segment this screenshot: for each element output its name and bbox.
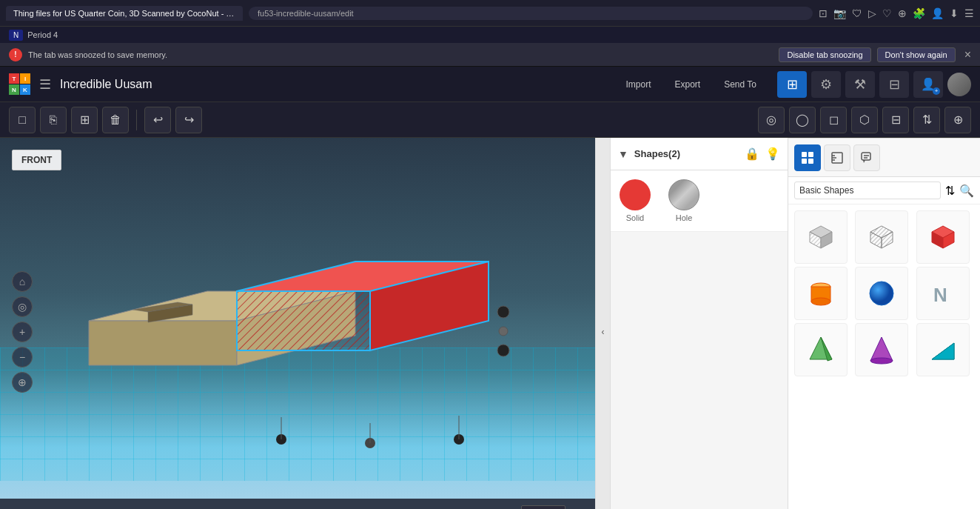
toolbar-right: ◎ ◯ ◻ ⬡ ⊟ ⇅ ⊕	[758, 107, 971, 133]
svg-rect-14	[802, 159, 807, 164]
home-view-button[interactable]: ⌂	[12, 271, 33, 292]
browser-icon-6[interactable]: ⊕	[898, 7, 907, 19]
copy-button[interactable]: ⎘	[40, 107, 67, 133]
browser-icon-7[interactable]: 🧩	[913, 7, 925, 19]
redo-button[interactable]: ↪	[175, 107, 202, 133]
viewport-controls: ⌂ ◎ + − ⊕	[12, 271, 33, 393]
hole-circle	[668, 179, 699, 210]
app-header: T I N K ☰ Incredible Uusam Import Export…	[0, 67, 980, 102]
light-button[interactable]: ◯	[789, 107, 816, 133]
tools-button[interactable]: ⚒	[845, 71, 875, 98]
shape-item-striped-box[interactable]	[855, 210, 908, 264]
shape-item-cylinder[interactable]	[794, 267, 848, 320]
svg-marker-1	[89, 321, 237, 365]
dont-show-again-button[interactable]: Don't show again	[877, 47, 956, 62]
align-button[interactable]: ⊟	[882, 107, 909, 133]
orbit-button[interactable]: ◎	[12, 296, 33, 317]
main-area: FRONT ⌂ ◎ + − ⊕ Settings Snap Grid ▲▼ ‹ …	[0, 138, 980, 509]
shapes-bulb-icon[interactable]: 💡	[765, 147, 780, 161]
shape-item-pyramid-green[interactable]	[794, 323, 848, 376]
solid-option[interactable]: Solid	[620, 179, 651, 222]
library-tabs-row	[788, 139, 980, 177]
shapes-title: Shapes(2)	[634, 148, 739, 159]
browser-icon-2[interactable]: 📷	[833, 7, 846, 19]
shape-options: Solid Hole	[611, 170, 788, 232]
browser-icon-1[interactable]: ⊡	[819, 7, 828, 19]
browser-icon-9[interactable]: ⬇	[950, 7, 959, 19]
sort-icon: ⇅	[945, 184, 955, 198]
shapes-header: ▼ Shapes(2) 🔒 💡	[611, 138, 788, 170]
library-tab-speech[interactable]	[853, 144, 880, 171]
toolbar-divider	[136, 110, 137, 130]
grid-view-button[interactable]: ⊞	[777, 71, 807, 98]
flip-button[interactable]: ⇅	[913, 107, 940, 133]
import-button[interactable]: Import	[614, 75, 662, 94]
toolbar: □ ⎘ ⊞ 🗑 ↩ ↪ ◎ ◯ ◻ ⬡ ⊟ ⇅ ⊕	[0, 102, 980, 138]
user-avatar[interactable]	[947, 73, 971, 96]
blocks-button[interactable]: ⊟	[879, 71, 909, 98]
community-button[interactable]: ⚙	[811, 71, 841, 98]
browser-tab[interactable]: Thing files for US Quarter Coin, 3D Scan…	[6, 6, 243, 21]
browser-icon-8[interactable]: 👤	[931, 7, 944, 19]
hole-option[interactable]: Hole	[668, 179, 699, 222]
library-tab-grid[interactable]	[794, 144, 821, 171]
viewport[interactable]: FRONT ⌂ ◎ + − ⊕ Settings Snap Grid ▲▼	[0, 138, 595, 509]
shape-item-red-box[interactable]	[916, 210, 970, 264]
url-bar[interactable]: fu53-incredible-uusam/edit	[249, 7, 813, 20]
snap-button[interactable]: ⊕	[944, 107, 971, 133]
browser-icon-4[interactable]: ▷	[868, 7, 876, 19]
disable-snoozing-button[interactable]: Disable tab snoozing	[779, 47, 870, 62]
page-title: Incredible Uusam	[60, 78, 605, 91]
reset-button[interactable]: ⊕	[12, 372, 33, 393]
panel-collapse-arrow[interactable]: ‹	[595, 138, 610, 509]
camera-button[interactable]: ◎	[758, 107, 785, 133]
library-tab-ruler[interactable]	[824, 144, 850, 171]
shape-item-text-n[interactable]: N	[916, 267, 970, 320]
action-buttons: Import Export Send To	[614, 75, 768, 94]
new-shape-button[interactable]: □	[9, 107, 36, 133]
zoom-in-button[interactable]: +	[12, 322, 33, 342]
handle-bottom[interactable]	[497, 345, 509, 356]
canvas-area	[0, 138, 595, 509]
logo-ker: N	[9, 84, 19, 95]
shapes-library-search-row: Basic Shapes Featured Letters Connectors…	[788, 177, 980, 204]
solid-label: Solid	[626, 213, 644, 222]
shape-item-sphere[interactable]	[855, 267, 908, 320]
snap-grid-input[interactable]	[521, 505, 565, 509]
handle-mid[interactable]	[499, 327, 508, 336]
shapes-collapse-icon[interactable]: ▼	[618, 148, 628, 160]
export-button[interactable]: Export	[662, 75, 712, 94]
shape-item-wedge-teal[interactable]	[916, 323, 970, 376]
browser-icon-3[interactable]: 🛡	[852, 7, 862, 19]
shape-item-cone-purple[interactable]	[855, 323, 908, 376]
search-button[interactable]: 🔍	[959, 184, 974, 198]
logo-cad: K	[20, 84, 30, 95]
undo-button[interactable]: ↩	[144, 107, 171, 133]
shapes-category-select[interactable]: Basic Shapes Featured Letters Connectors	[794, 182, 941, 199]
settings-bar: Settings Snap Grid ▲▼	[0, 499, 595, 509]
svg-point-43	[870, 358, 893, 364]
svg-rect-20	[862, 153, 870, 160]
delete-button[interactable]: 🗑	[102, 107, 129, 133]
view-label: FRONT	[12, 150, 61, 170]
tinkercad-logo[interactable]: T I N K	[9, 73, 30, 95]
shapes-lock-icon[interactable]: 🔒	[745, 147, 759, 161]
svg-marker-21	[863, 160, 865, 163]
svg-marker-42	[870, 337, 893, 361]
zoom-out-button[interactable]: −	[12, 347, 33, 367]
note-button[interactable]: ◻	[820, 107, 847, 133]
browser-icon-5[interactable]: ♡	[882, 7, 892, 19]
send-to-button[interactable]: Send To	[712, 75, 768, 94]
snap-grid-control: Snap Grid ▲▼	[480, 505, 586, 509]
mirror-button[interactable]: ⬡	[851, 107, 878, 133]
browser-icon-10[interactable]: ☰	[964, 7, 974, 19]
notif-message: The tab was snoozed to save memory.	[28, 50, 773, 59]
scene-svg	[74, 187, 595, 499]
handle-right[interactable]	[497, 306, 509, 318]
period-text: Period 4	[27, 30, 58, 39]
group-button[interactable]: ⊞	[71, 107, 98, 133]
shape-item-grey-box[interactable]	[794, 210, 848, 264]
add-collaborator-button[interactable]: 👤 +	[913, 71, 943, 98]
menu-icon[interactable]: ☰	[39, 76, 51, 93]
notification-close-icon[interactable]: ×	[964, 48, 971, 61]
